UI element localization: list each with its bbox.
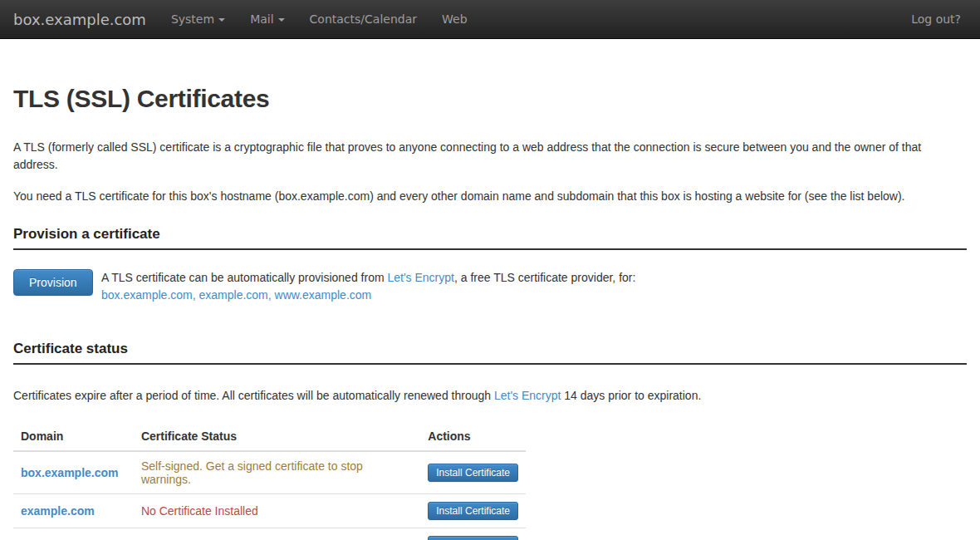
main-content: TLS (SSL) Certificates A TLS (formerly c…	[0, 85, 980, 540]
column-header-domain: Domain	[13, 422, 134, 451]
status-section-heading: Certificate status	[13, 341, 967, 365]
intro-paragraph-2: You need a TLS certificate for this box'…	[13, 188, 967, 205]
certificate-status-text: No Certificate Installed	[134, 528, 420, 540]
caret-down-icon	[218, 18, 225, 22]
lets-encrypt-link-2[interactable]: Let's Encrypt	[494, 389, 561, 402]
nav-item-system[interactable]: System	[159, 12, 238, 26]
nav-item-web[interactable]: Web	[429, 12, 480, 26]
certificate-status-text: Self-signed. Get a signed certificate to…	[134, 451, 420, 494]
provision-domains-list: box.example.com, example.com, www.exampl…	[101, 287, 635, 304]
table-header-row: DomainCertificate StatusActions	[13, 422, 526, 451]
domain-cell: www.example.com	[13, 528, 134, 540]
domain-link[interactable]: box.example.com	[21, 466, 119, 479]
logout-link[interactable]: Log out?	[911, 12, 967, 26]
provision-row: Provision A TLS certificate can be autom…	[13, 269, 967, 304]
caret-down-icon	[278, 18, 285, 22]
lets-encrypt-link[interactable]: Let's Encrypt	[387, 271, 454, 284]
page-title: TLS (SSL) Certificates	[13, 85, 967, 113]
certificate-status-table: DomainCertificate StatusActions box.exam…	[13, 422, 526, 540]
actions-cell: Install Certificate	[420, 494, 526, 528]
table-row: example.comNo Certificate InstalledInsta…	[13, 494, 526, 528]
column-header-actions: Actions	[420, 422, 526, 451]
top-navbar: box.example.com SystemMailContacts/Calen…	[0, 0, 980, 39]
navbar-brand[interactable]: box.example.com	[13, 11, 159, 28]
status-description: Certificates expire after a period of ti…	[13, 387, 967, 405]
nav-item-contacts-calendar[interactable]: Contacts/Calendar	[297, 12, 429, 26]
table-row: box.example.comSelf-signed. Get a signed…	[13, 451, 526, 494]
intro-text: A TLS (formerly called SSL) certificate …	[13, 139, 967, 205]
status-desc-before: Certificates expire after a period of ti…	[13, 389, 494, 402]
intro-paragraph-1: A TLS (formerly called SSL) certificate …	[13, 139, 967, 174]
actions-cell: Install Certificate	[420, 451, 526, 494]
install-certificate-button[interactable]: Install Certificate	[428, 536, 518, 540]
provision-button[interactable]: Provision	[13, 269, 93, 296]
domain-cell: box.example.com	[13, 451, 134, 494]
domain-link[interactable]: example.com	[21, 504, 95, 518]
install-certificate-button[interactable]: Install Certificate	[428, 464, 518, 482]
navbar-menu: SystemMailContacts/CalendarWeb	[159, 12, 480, 26]
column-header-certificate-status: Certificate Status	[134, 422, 420, 451]
table-row: www.example.comNo Certificate InstalledI…	[13, 528, 526, 540]
certificate-status-text: No Certificate Installed	[134, 494, 420, 528]
provision-section-heading: Provision a certificate	[13, 226, 967, 250]
domain-cell: example.com	[13, 494, 134, 528]
provision-text-before: A TLS certificate can be automatically p…	[101, 271, 387, 284]
nav-item-mail[interactable]: Mail	[238, 12, 296, 26]
actions-cell: Install Certificate	[420, 528, 526, 540]
provision-text-after: , a free TLS certificate provider, for:	[454, 271, 635, 284]
provision-description: A TLS certificate can be automatically p…	[101, 269, 635, 304]
status-desc-after: 14 days prior to expiration.	[561, 389, 701, 402]
install-certificate-button[interactable]: Install Certificate	[428, 502, 518, 520]
